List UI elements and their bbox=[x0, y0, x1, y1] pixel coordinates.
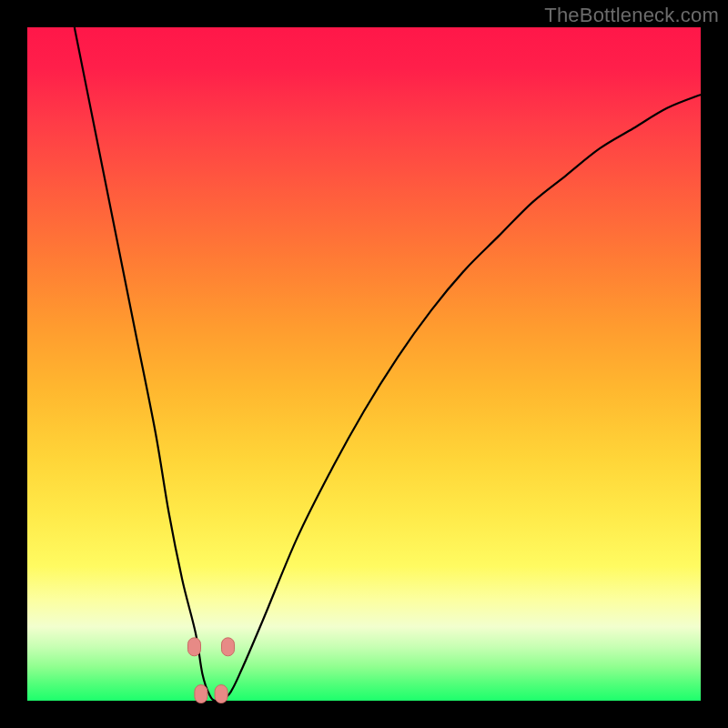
curve-marker-1 bbox=[222, 638, 235, 656]
bottleneck-curve-path bbox=[75, 27, 701, 701]
curve-marker-2 bbox=[195, 685, 207, 703]
watermark-text: TheBottleneck.com bbox=[544, 4, 719, 27]
curve-marker-0 bbox=[188, 638, 201, 656]
curve-markers bbox=[188, 638, 235, 703]
plot-area bbox=[27, 27, 701, 701]
outer-frame: TheBottleneck.com bbox=[0, 0, 728, 728]
bottleneck-chart bbox=[27, 27, 701, 701]
curve-marker-3 bbox=[215, 685, 228, 703]
